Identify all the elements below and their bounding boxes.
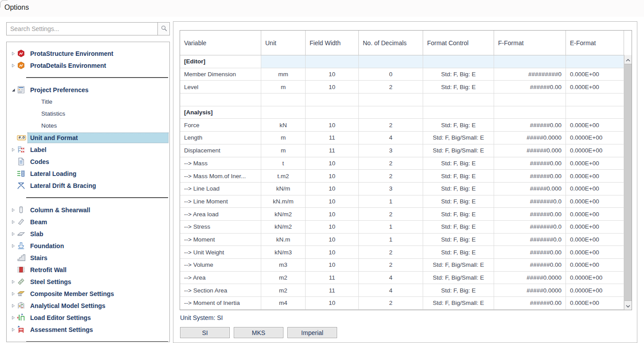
grid-cell[interactable]: ######0.00 [494, 246, 566, 259]
grid-cell[interactable]: 3 [359, 183, 423, 195]
imperial-button[interactable]: Imperial [287, 327, 337, 338]
table-row[interactable]: Levelm102Std: F, Big: E######0.000.000E+… [180, 81, 632, 94]
grid-cell[interactable] [494, 94, 566, 106]
tree-item-stairs[interactable]: Stairs [7, 252, 169, 264]
tree-item-protastructure-environment[interactable]: ProtaStructure Environment [7, 47, 169, 59]
grid-cell[interactable]: ######0.00 [494, 157, 566, 170]
grid-cell[interactable]: kN.m/m [261, 195, 306, 208]
grid-cell[interactable]: 2 [359, 208, 423, 221]
grid-cell[interactable]: 10 [306, 234, 359, 246]
table-row[interactable]: --> Line LoadkN/m103Std: F, Big: E#####0… [180, 183, 632, 195]
grid-cell[interactable]: 10 [306, 221, 359, 234]
expand-arrow-icon[interactable] [9, 288, 17, 300]
search-button[interactable] [157, 23, 169, 35]
grid-cell[interactable] [306, 106, 359, 119]
tree-item-project-preferences[interactable]: Project Preferences [7, 84, 169, 96]
table-row[interactable]: --> Mass Mom.of Iner...t.m2102Std: F, Bi… [180, 170, 632, 183]
tree-item-steel-settings[interactable]: Steel Settings [7, 276, 169, 288]
column-header-field-width[interactable]: Field Width [306, 31, 359, 55]
si-button[interactable]: SI [180, 327, 230, 338]
grid-cell[interactable]: Std: F, Big/Small: E [423, 259, 494, 272]
grid-cell[interactable]: #######0.0 [494, 234, 566, 246]
grid-cell[interactable] [180, 94, 261, 106]
grid-cell[interactable]: 11 [306, 144, 359, 157]
tree-item-codes[interactable]: Codes [7, 156, 169, 168]
grid-cell[interactable]: m [261, 81, 306, 94]
grid-cell[interactable]: 10 [306, 170, 359, 183]
grid-cell[interactable]: #####0.000 [494, 183, 566, 195]
grid-cell[interactable]: Std: F, Big/Small: E [423, 144, 494, 157]
grid-cell[interactable]: 0.000E+00 [566, 183, 624, 195]
grid-cell[interactable]: 0.000E+00 [566, 208, 624, 221]
grid-cell[interactable]: Std: F, Big: E [423, 68, 494, 81]
grid-cell[interactable] [359, 106, 423, 119]
tree-item-beam[interactable]: Beam [7, 216, 169, 228]
column-header-no-of-decimals[interactable]: No. of Decimals [359, 31, 423, 55]
grid-cell[interactable]: ######0.00 [494, 170, 566, 183]
grid-cell[interactable]: Std: F, Big: E [423, 183, 494, 195]
grid-cell[interactable]: [Editor] [180, 55, 261, 68]
tree-item-notes[interactable]: Notes [7, 120, 169, 132]
grid-cell[interactable]: [Analysis] [180, 106, 261, 119]
grid-cell[interactable] [306, 94, 359, 106]
grid-cell[interactable]: --> Area [180, 272, 261, 285]
tree-item-assessment-settings[interactable]: Assessment Settings [7, 324, 169, 335]
empty-row[interactable] [180, 94, 632, 106]
expand-arrow-icon[interactable] [9, 228, 17, 240]
grid-cell[interactable]: #######0.0 [494, 195, 566, 208]
grid-cell[interactable]: 2 [359, 157, 423, 170]
grid-cell[interactable]: 0.000E+00 [566, 259, 624, 272]
tree-item-retrofit-wall[interactable]: Retrofit Wall [7, 264, 169, 276]
grid-cell[interactable] [423, 55, 494, 68]
expand-arrow-icon[interactable] [9, 312, 17, 324]
grid-cell[interactable]: Std: F, Big: E [423, 81, 494, 94]
grid-cell[interactable] [423, 94, 494, 106]
expand-arrow-icon[interactable] [9, 59, 17, 71]
tree-item-unit-and-format[interactable]: #.0Unit and Format [7, 132, 169, 144]
tree-item-load-editor-settings[interactable]: Load Editor Settings [7, 312, 169, 324]
grid-cell[interactable]: --> Section Area [180, 284, 261, 297]
grid-cell[interactable]: kN/m2 [261, 208, 306, 221]
tree-item-lateral-loading[interactable]: Lateral Loading [7, 168, 169, 179]
grid-cell[interactable]: 0.000E+00 [566, 221, 624, 234]
grid-cell[interactable]: 0.000E+00 [566, 297, 624, 310]
scroll-down-button[interactable] [624, 301, 632, 310]
grid-cell[interactable]: 4 [359, 272, 423, 285]
grid-cell[interactable]: Std: F, Big: E [423, 170, 494, 183]
section-row[interactable]: [Editor] [180, 55, 632, 68]
table-row[interactable]: --> Line MomentkN.m/m101Std: F, Big: E##… [180, 195, 632, 208]
grid-cell[interactable]: Std: F, Big: E [423, 119, 494, 132]
grid-cell[interactable]: Std: F, Big/Small: E [423, 297, 494, 310]
grid-cell[interactable]: Std: F, Big: E [423, 284, 494, 297]
grid-cell[interactable]: 2 [359, 170, 423, 183]
grid-cell[interactable]: 2 [359, 119, 423, 132]
grid-cell[interactable]: Std: F, Big: E [423, 246, 494, 259]
table-row[interactable]: Displacementm113Std: F, Big/Small: E####… [180, 144, 632, 157]
grid-cell[interactable]: 10 [306, 246, 359, 259]
grid-cell[interactable]: 0 [359, 68, 423, 81]
expand-arrow-icon[interactable] [9, 144, 17, 156]
mks-button[interactable]: MKS [234, 327, 283, 338]
grid-cell[interactable]: 1 [359, 221, 423, 234]
grid-cell[interactable]: #####0.0000 [494, 284, 566, 297]
tree-item-title[interactable]: Title [7, 96, 169, 108]
grid-cell[interactable]: --> Mass Mom.of Iner... [180, 170, 261, 183]
grid-cell[interactable]: 0.000E+00 [566, 234, 624, 246]
grid-cell[interactable]: 11 [306, 272, 359, 285]
grid-cell[interactable]: mm [261, 68, 306, 81]
grid-cell[interactable] [423, 106, 494, 119]
grid-cell[interactable]: ######0.000 [494, 144, 566, 157]
expand-arrow-icon[interactable] [9, 324, 17, 335]
grid-cell[interactable]: 10 [306, 68, 359, 81]
column-header-unit[interactable]: Unit [261, 31, 306, 55]
grid-cell[interactable]: Length [180, 132, 261, 144]
grid-cell[interactable]: kN [261, 119, 306, 132]
tree-item-lateral-drift-bracing[interactable]: Lateral Drift & Bracing [7, 179, 169, 191]
grid-cell[interactable] [359, 94, 423, 106]
tree-item-composite-member-settings[interactable]: Composite Member Settings [7, 288, 169, 300]
table-row[interactable]: --> Masst102Std: F, Big: E######0.000.00… [180, 157, 632, 170]
grid-cell[interactable]: t [261, 157, 306, 170]
grid-cell[interactable]: m2 [261, 272, 306, 285]
grid-cell[interactable]: 0.000E+00 [566, 195, 624, 208]
grid-cell[interactable]: --> Stress [180, 221, 261, 234]
